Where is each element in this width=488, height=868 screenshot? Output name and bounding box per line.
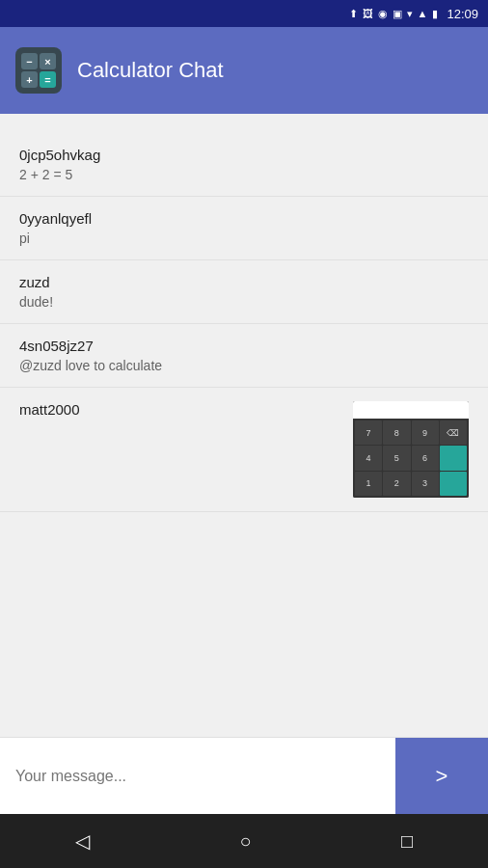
calc-buttons: 7 8 9 ⌫ 4 5 6 1 2 3 <box>353 419 469 498</box>
chat-message: @zuzd love to calculate <box>19 358 469 373</box>
chat-message: pi <box>19 231 469 246</box>
chat-message: dude! <box>19 294 469 310</box>
calc-top-bar <box>353 401 469 419</box>
list-item[interactable]: 0jcp5ohvkag 2 + 2 = 5 <box>0 133 488 197</box>
chat-name: 4sn058jz27 <box>19 338 469 354</box>
nav-bar: ◁ ○ □ <box>0 814 488 868</box>
wifi-icon: ▾ <box>407 8 413 20</box>
chat-name: matt2000 <box>19 401 341 418</box>
chat-list: 0jcp5ohvkag 2 + 2 = 5 0yyanlqyefl pi zuz… <box>0 114 488 737</box>
calc-btn-6: 6 <box>412 446 439 470</box>
message-input[interactable] <box>0 738 395 814</box>
app-icon-plus: + <box>21 71 38 88</box>
send-button[interactable]: > <box>395 738 488 815</box>
send-icon: > <box>436 764 448 789</box>
calc-btn-5: 5 <box>383 446 410 470</box>
calculator-thumbnail: 7 8 9 ⌫ 4 5 6 1 2 3 <box>353 401 469 498</box>
calc-btn-1: 1 <box>355 472 382 496</box>
calc-btn-7: 7 <box>355 420 382 445</box>
status-bar: ⬆ 🖼 ◉ ▣ ▾ ▲ ▮ 12:09 <box>0 0 488 27</box>
vibrate-icon: ▣ <box>393 8 402 20</box>
calc-btn-back: ⌫ <box>440 420 467 445</box>
chat-name: zuzd <box>19 274 469 290</box>
list-item-with-image[interactable]: matt2000 7 8 9 ⌫ 4 5 6 1 2 3 <box>0 388 488 512</box>
home-icon[interactable]: ○ <box>239 830 251 853</box>
input-bar: > <box>0 737 488 814</box>
app-icon: − × + = <box>15 47 62 94</box>
list-item[interactable]: 0yyanlqyefl pi <box>0 197 488 260</box>
recents-icon[interactable]: □ <box>401 830 413 853</box>
list-item[interactable]: 4sn058jz27 @zuzd love to calculate <box>0 324 488 388</box>
app-icon-equals: = <box>40 71 56 88</box>
calc-btn-green2 <box>440 472 467 496</box>
calc-btn-4: 4 <box>355 446 382 470</box>
app-icon-minus: − <box>21 53 38 69</box>
back-icon[interactable]: ◁ <box>75 829 90 853</box>
app-title: Calculator Chat <box>77 58 224 83</box>
calc-btn-9: 9 <box>412 420 439 445</box>
list-item[interactable]: zuzd dude! <box>0 260 488 324</box>
chat-name: 0yyanlqyefl <box>19 210 469 227</box>
calc-btn-green1 <box>440 446 467 470</box>
battery-icon: ▮ <box>432 8 438 20</box>
upload-icon: ⬆ <box>349 8 358 20</box>
signal-icon: ▲ <box>418 8 428 19</box>
chat-message: 2 + 2 = 5 <box>19 167 469 182</box>
chat-item-text: matt2000 <box>19 401 341 421</box>
android-icon: ◉ <box>378 8 388 20</box>
calc-btn-2: 2 <box>383 472 410 496</box>
calc-btn-3: 3 <box>412 472 439 496</box>
image-icon: 🖼 <box>363 8 373 19</box>
status-time: 12:09 <box>447 7 478 21</box>
calc-btn-8: 8 <box>383 420 410 445</box>
app-icon-multiply: × <box>40 53 56 69</box>
chat-name: 0jcp5ohvkag <box>19 147 469 163</box>
app-bar: − × + = Calculator Chat <box>0 27 488 114</box>
status-icons: ⬆ 🖼 ◉ ▣ ▾ ▲ ▮ 12:09 <box>349 7 478 21</box>
